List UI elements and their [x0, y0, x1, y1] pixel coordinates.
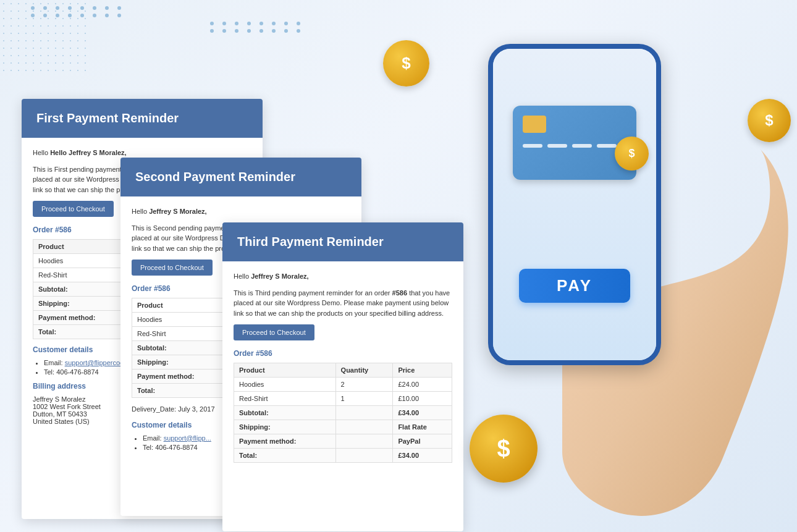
email-cards-panel: First Payment Reminder Hello Hello Jeffr… — [12, 99, 482, 519]
second-card-header: Second Payment Reminder — [120, 158, 361, 196]
first-card-header: First Payment Reminder — [22, 99, 263, 138]
phone-body: $ PAY — [488, 44, 661, 365]
second-checkout-button[interactable]: Proceed to Checkout — [132, 260, 213, 276]
first-greeting-name: Hello Jeffrey S Moralez, — [50, 149, 127, 156]
dots-decoration-mid — [210, 22, 305, 33]
coin-bottom-left: $ — [470, 415, 538, 483]
third-payment-card: Third Payment Reminder Hello Jeffrey S M… — [222, 222, 463, 531]
third-greeting: Hello Jeffrey S Moralez, — [234, 271, 452, 282]
coin-on-card: $ — [615, 137, 649, 171]
table-row: Total:£34.00 — [234, 449, 452, 463]
second-greeting: Hello Jeffrey S Moralez, — [132, 206, 350, 217]
pay-button[interactable]: PAY — [519, 269, 630, 303]
third-card-body: Hello Jeffrey S Moralez, This is Third p… — [222, 261, 463, 527]
first-checkout-button[interactable]: Proceed to Checkout — [33, 201, 114, 217]
col-product: Product — [234, 363, 336, 378]
phone-illustration-panel: $ $ $ — [451, 0, 797, 532]
phone-screen: $ PAY — [493, 49, 656, 360]
second-card-title: Second Payment Reminder — [135, 170, 295, 184]
third-body-text: This is Third pending payment reminder f… — [234, 288, 452, 319]
third-order-number: Order #586 — [234, 349, 452, 358]
table-row: Hoodies 2 £24.00 — [234, 378, 452, 392]
first-greeting: Hello Hello Jeffrey S Moralez, — [33, 148, 251, 158]
table-row: Payment method:PayPal — [234, 434, 452, 449]
col-price: Price — [393, 363, 452, 378]
col-quantity: Quantity — [335, 363, 393, 378]
table-row: Shipping:Flat Rate — [234, 420, 452, 434]
table-row: Red-Shirt 1 £10.00 — [234, 392, 452, 406]
coin-top: $ — [383, 40, 429, 87]
dots-decoration-top — [31, 6, 126, 17]
coin-right-mid: $ — [748, 99, 791, 142]
credit-card-container: $ — [513, 106, 636, 180]
card-numbers — [523, 144, 626, 148]
third-card-title: Third Payment Reminder — [237, 235, 384, 248]
first-card-title: First Payment Reminder — [36, 111, 179, 125]
chip-icon — [523, 116, 546, 133]
third-card-header: Third Payment Reminder — [222, 222, 463, 261]
table-row: Subtotal:£34.00 — [234, 406, 452, 420]
third-order-table: Product Quantity Price Hoodies 2 £24.00 … — [234, 363, 452, 463]
third-checkout-button[interactable]: Proceed to Checkout — [234, 324, 314, 340]
